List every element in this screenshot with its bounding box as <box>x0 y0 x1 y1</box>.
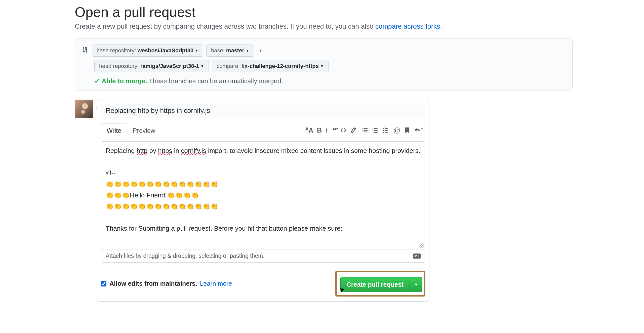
allow-edits-label: Allow edits from maintainers. Learn more <box>109 280 232 287</box>
reply-icon[interactable]: ▾ <box>414 127 423 134</box>
avatar <box>75 100 93 118</box>
editor-toolbar: AA B i “” @ <box>305 126 425 134</box>
subtitle-tail: . <box>440 23 442 30</box>
pr-title-input[interactable] <box>101 104 425 118</box>
page-subtitle: Create a new pull request by comparing c… <box>75 23 573 30</box>
quote-icon[interactable]: “” <box>333 126 337 134</box>
numbered-list-icon[interactable] <box>372 127 378 134</box>
markdown-badge-icon[interactable]: M↓ <box>413 254 421 259</box>
subtitle-text: Create a new pull request by comparing c… <box>75 23 375 30</box>
tab-write[interactable]: Write <box>101 123 127 138</box>
learn-more-link[interactable]: Learn more <box>200 280 232 287</box>
editor-tabs: Write Preview AA B i “” <box>97 123 429 138</box>
mention-icon[interactable]: @ <box>393 126 400 134</box>
code-icon[interactable] <box>340 127 347 134</box>
allow-edits-checkbox[interactable] <box>101 281 106 286</box>
heading-icon[interactable]: AA <box>305 127 313 134</box>
check-icon: ✓ <box>94 77 100 85</box>
compare-panel: base repository: wesbos/JavaScript30▼ ba… <box>75 38 573 91</box>
chevron-down-icon: ▼ <box>320 64 324 68</box>
head-repo-select[interactable]: head repository: ramigs/JavaScript30-1▼ <box>94 60 209 72</box>
attach-hint[interactable]: Attach files by dragging & dropping, sel… <box>101 249 425 263</box>
create-pull-request-dropdown[interactable]: ▼ <box>410 277 422 292</box>
resize-handle[interactable] <box>419 243 424 248</box>
arrow-left-icon: ← <box>259 47 265 54</box>
compare-icon <box>82 47 89 55</box>
base-repo-select[interactable]: base repository: wesbos/JavaScript30▼ <box>92 45 203 57</box>
italic-icon[interactable]: i <box>326 126 328 134</box>
chevron-down-icon: ▼ <box>195 49 198 53</box>
compare-branch-select[interactable]: compare: fix-challenge-12-cornify-https▼ <box>212 60 329 72</box>
bullet-list-icon[interactable] <box>362 127 368 134</box>
page-title: Open a pull request <box>75 4 573 20</box>
create-pull-request-button[interactable]: Create pull request <box>340 277 410 292</box>
pr-form: Write Preview AA B i “” <box>97 100 429 302</box>
pr-body-textarea[interactable]: Replacing http by https in cornify.js im… <box>101 141 425 249</box>
chevron-down-icon: ▼ <box>246 49 249 53</box>
tab-preview[interactable]: Preview <box>127 123 161 138</box>
base-branch-select[interactable]: base: master▼ <box>206 45 254 57</box>
bold-icon[interactable]: B <box>317 126 322 134</box>
link-icon[interactable] <box>350 127 357 134</box>
compare-forks-link[interactable]: compare across forks <box>375 23 440 30</box>
merge-status: ✓ Able to merge. These branches can be a… <box>94 77 565 85</box>
task-list-icon[interactable] <box>382 127 388 134</box>
create-pr-highlight: Create pull request ▼ ➤ <box>335 271 425 297</box>
chevron-down-icon: ▼ <box>200 64 204 68</box>
saved-replies-icon[interactable] <box>404 127 411 134</box>
